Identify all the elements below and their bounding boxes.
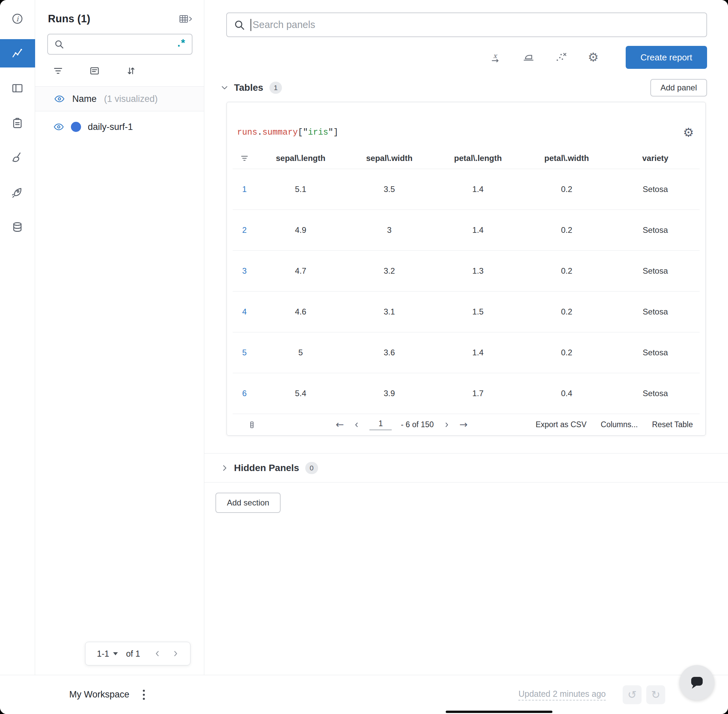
cell: Setosa [611, 307, 699, 316]
add-section-button[interactable]: Add section [215, 493, 281, 513]
table-actions: Export as CSV Columns... Reset Table [535, 420, 693, 429]
text-cursor [251, 19, 251, 31]
rail-item-panels[interactable] [0, 74, 35, 102]
panel-search-input[interactable] [253, 19, 699, 30]
row-index-link[interactable]: 5 [233, 348, 256, 357]
cell: 5.4 [256, 389, 345, 398]
page-number-input[interactable] [369, 419, 392, 430]
create-report-button[interactable]: Create report [626, 46, 707, 69]
cell: 0.4 [522, 389, 611, 398]
reset-table-button[interactable]: Reset Table [652, 420, 693, 429]
first-page-button[interactable]: ← [335, 420, 344, 429]
clipboard-icon [11, 117, 24, 129]
outliers-settings-button[interactable] [544, 51, 577, 63]
table-pagination: ← - 6 of 150 → [335, 419, 468, 430]
rail-item-overview[interactable]: i [0, 4, 35, 33]
undo-button[interactable]: ↺ [623, 686, 642, 704]
columns-button[interactable]: Columns... [601, 420, 638, 429]
code-close-bracket: "] [328, 128, 338, 137]
workspace-name: My Workspace [69, 689, 129, 700]
cell: Setosa [611, 184, 699, 194]
run-visibility-toggle[interactable] [53, 122, 64, 132]
table-row: 1 5.1 3.5 1.4 0.2 Setosa [233, 169, 699, 210]
workspace-main: x [204, 0, 728, 675]
export-csv-button[interactable]: Export as CSV [535, 420, 587, 429]
column-header[interactable]: petal\.width [522, 153, 611, 163]
undo-icon: ↺ [628, 689, 637, 700]
eye-icon [54, 93, 65, 104]
hidden-panels-section-header[interactable]: Hidden Panels 0 [204, 453, 728, 483]
collapse-tables-button[interactable] [220, 83, 229, 93]
add-panel-button[interactable]: Add panel [650, 79, 707, 96]
row-index-link[interactable]: 2 [233, 225, 256, 235]
filter-runs-button[interactable] [53, 66, 63, 76]
runs-name-header: Name (1 visualized) [35, 86, 204, 111]
iron-smoothing-icon [522, 51, 534, 63]
cell: 5.1 [256, 184, 345, 194]
page-size-dropdown[interactable]: 1-1 [97, 649, 118, 658]
run-display-settings-button[interactable] [89, 66, 100, 76]
rail-item-notes[interactable] [0, 109, 35, 137]
cell: Setosa [611, 266, 699, 276]
cell: Setosa [611, 389, 699, 398]
column-header[interactable]: petal\.length [433, 153, 522, 163]
regex-toggle[interactable]: .* [177, 38, 186, 51]
column-header[interactable]: sepal\.length [256, 153, 345, 163]
chat-bubble-icon [688, 674, 706, 692]
cell: 1.4 [433, 225, 522, 235]
x-axis-settings-button[interactable]: x [480, 51, 512, 63]
rail-item-artifacts[interactable] [0, 213, 35, 241]
panel-settings-button[interactable]: ⚙ [683, 126, 694, 139]
sort-runs-button[interactable] [126, 66, 137, 76]
run-color-dot [71, 122, 81, 132]
cell: 1.4 [433, 348, 522, 357]
expand-hidden-panels-button[interactable] [220, 463, 229, 473]
app-window: i [0, 0, 728, 714]
runs-pagination: 1-1 of 1 [85, 642, 190, 665]
rail-item-workspace[interactable] [0, 39, 35, 68]
row-height-button[interactable] [248, 420, 256, 429]
panel-search-box [226, 12, 707, 37]
rail-item-launch[interactable] [0, 178, 35, 207]
broom-icon [11, 152, 24, 164]
table-footer: ← - 6 of 150 → Export a [233, 414, 699, 435]
runs-search-input[interactable] [69, 39, 177, 50]
info-icon: i [11, 12, 24, 25]
cell: 4.9 [256, 225, 345, 235]
cell: 1.7 [433, 389, 522, 398]
row-index-link[interactable]: 3 [233, 266, 256, 276]
next-page-button[interactable] [443, 421, 450, 429]
chevron-down-icon [113, 652, 118, 655]
column-header[interactable]: variety [611, 153, 699, 163]
last-page-button[interactable]: → [460, 420, 468, 429]
cell: 0.2 [522, 225, 611, 235]
next-page-button[interactable] [171, 649, 180, 658]
table-header-row: sepal\.length sepal\.width petal\.length… [233, 147, 699, 169]
visualize-all-toggle[interactable] [54, 93, 65, 104]
cell: 0.2 [522, 307, 611, 316]
page-range-label: 1-1 [97, 649, 109, 658]
workspace-settings-button[interactable]: ⚙ [577, 51, 609, 63]
table-filter-button[interactable] [233, 154, 256, 163]
help-chat-button[interactable] [679, 665, 714, 700]
filter-icon [240, 154, 249, 163]
column-header[interactable]: sepal\.width [345, 153, 434, 163]
prev-page-button[interactable] [153, 649, 162, 658]
rail-item-sweeps[interactable] [0, 143, 35, 172]
run-row[interactable]: daily-surf-1 [35, 111, 204, 139]
status-bar: My Workspace Updated 2 minutes ago ↺ ↻ [0, 675, 728, 714]
smoothing-settings-button[interactable] [512, 51, 544, 63]
page-of-label: of 1 [126, 649, 140, 658]
scatter-outliers-icon [555, 51, 567, 63]
redo-button[interactable]: ↻ [646, 686, 665, 704]
runs-table-expand-button[interactable] [179, 14, 193, 24]
row-index-link[interactable]: 1 [233, 184, 256, 194]
prev-page-button[interactable] [353, 421, 360, 429]
row-index-link[interactable]: 4 [233, 307, 256, 316]
workspace-menu-button[interactable] [141, 688, 147, 702]
chevron-left-icon [353, 421, 360, 429]
table-row: 3 4.7 3.2 1.3 0.2 Setosa [233, 251, 699, 291]
row-index-link[interactable]: 6 [233, 389, 256, 398]
code-key: iris [308, 128, 328, 137]
search-icon [54, 39, 64, 49]
